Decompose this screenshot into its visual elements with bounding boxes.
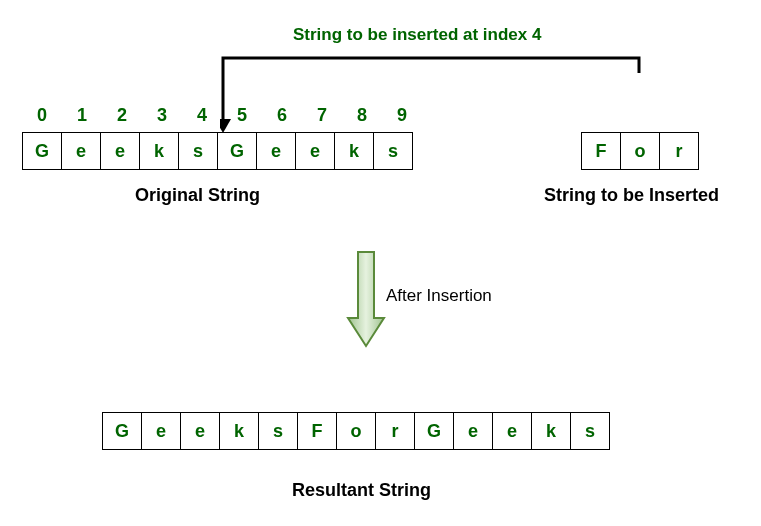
char-cell: e xyxy=(453,412,493,450)
original-string-label: Original String xyxy=(135,185,260,206)
index-label: 5 xyxy=(222,105,262,126)
char-cell: G xyxy=(102,412,142,450)
char-cell: F xyxy=(581,132,621,170)
char-cell: G xyxy=(414,412,454,450)
char-cell: k xyxy=(139,132,179,170)
char-cell: k xyxy=(219,412,259,450)
index-label: 7 xyxy=(302,105,342,126)
char-cell: k xyxy=(531,412,571,450)
char-cell: G xyxy=(217,132,257,170)
char-cell: e xyxy=(256,132,296,170)
index-label: 3 xyxy=(142,105,182,126)
char-cell: s xyxy=(373,132,413,170)
index-label: 2 xyxy=(102,105,142,126)
insert-string-label: String to be Inserted xyxy=(544,185,719,206)
char-cell: e xyxy=(180,412,220,450)
down-arrow-icon xyxy=(346,250,386,350)
char-cell: e xyxy=(61,132,101,170)
char-cell: e xyxy=(141,412,181,450)
char-cell: s xyxy=(258,412,298,450)
char-cell: e xyxy=(100,132,140,170)
char-cell: r xyxy=(375,412,415,450)
result-string-row: GeeksForGeeks xyxy=(102,412,610,450)
char-cell: s xyxy=(570,412,610,450)
insert-string-row: For xyxy=(581,132,699,170)
char-cell: k xyxy=(334,132,374,170)
char-cell: e xyxy=(295,132,335,170)
char-cell: o xyxy=(336,412,376,450)
index-label: 9 xyxy=(382,105,422,126)
index-label: 1 xyxy=(62,105,102,126)
char-cell: r xyxy=(659,132,699,170)
char-cell: s xyxy=(178,132,218,170)
index-label: 6 xyxy=(262,105,302,126)
original-string-row: GeeksGeeks xyxy=(22,132,413,170)
insertion-title: String to be inserted at index 4 xyxy=(293,25,541,45)
index-row: 0123456789 xyxy=(22,105,422,126)
char-cell: e xyxy=(492,412,532,450)
char-cell: G xyxy=(22,132,62,170)
index-label: 8 xyxy=(342,105,382,126)
char-cell: o xyxy=(620,132,660,170)
char-cell: F xyxy=(297,412,337,450)
result-string-label: Resultant String xyxy=(292,480,431,501)
after-insertion-label: After Insertion xyxy=(386,286,492,306)
index-label: 0 xyxy=(22,105,62,126)
index-label: 4 xyxy=(182,105,222,126)
